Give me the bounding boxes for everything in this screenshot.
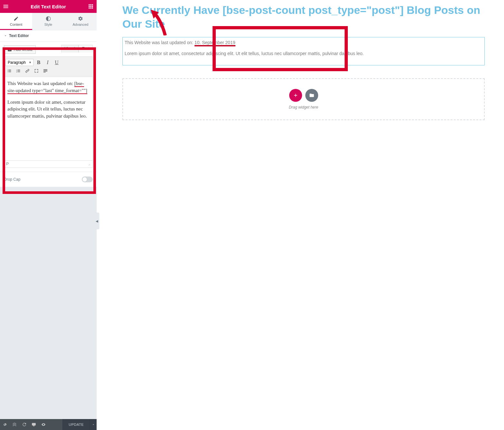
panel-tabs: Content Style Advanced (0, 13, 97, 30)
responsive-button[interactable] (29, 419, 39, 430)
panel-body: Add Media Visual Text Paragraph B I U (0, 42, 97, 172)
link-button[interactable] (24, 67, 31, 75)
navigator-button[interactable] (10, 419, 19, 430)
rte-para-1: This Website was last updated on: [bse-s… (7, 80, 89, 94)
half-circle-icon (46, 16, 51, 21)
preview-para-1: This Website was last updated on: 10. Se… (125, 40, 482, 45)
italic-button[interactable]: I (44, 59, 52, 66)
tab-style[interactable]: Style (32, 13, 64, 30)
dropcap-toggle[interactable] (82, 177, 93, 182)
sidebar: Edit Text Editor Content Style Advanced … (0, 0, 97, 430)
dropcap-label: Drop Cap (4, 177, 20, 182)
tab-content[interactable]: Content (0, 13, 32, 30)
gear-icon (78, 16, 83, 21)
fullscreen-button[interactable] (33, 67, 40, 75)
add-section-button[interactable] (289, 89, 302, 102)
settings-button[interactable] (0, 419, 10, 430)
drop-label: Drag widget here (289, 105, 318, 110)
rte-para-2: Lorem ipsum dolor sit amet, consectetur … (7, 99, 89, 120)
toolbar-toggle-button[interactable] (42, 67, 49, 75)
folder-icon (309, 93, 314, 98)
editor-mode-text[interactable]: Text (79, 45, 93, 53)
resize-handle-icon[interactable] (87, 162, 90, 167)
template-button[interactable] (305, 89, 318, 102)
update-button[interactable]: UPDATE (62, 419, 90, 430)
bold-button[interactable]: B (35, 59, 43, 66)
drop-section[interactable]: Drag widget here (122, 78, 485, 120)
editor-mode-tabs: Visual Text (61, 45, 93, 53)
panel-header: Edit Text Editor (0, 0, 97, 13)
dropcap-row: Drop Cap (0, 172, 97, 187)
plus-icon (293, 93, 298, 98)
pencil-icon (14, 16, 19, 21)
preview-date-underline: 10. September 2019 (195, 40, 235, 46)
section-header[interactable]: Text Editor (0, 30, 97, 42)
caret-down-icon (4, 34, 7, 37)
bottom-bar: UPDATE (0, 419, 97, 430)
canvas: We Currently Have [bse-post-count post_t… (97, 0, 504, 430)
rte-path: P (6, 162, 9, 167)
panel-title: Edit Text Editor (9, 4, 88, 9)
rte-toolbar: Paragraph B I U (4, 56, 93, 77)
preview-button[interactable] (39, 419, 48, 430)
media-icon (7, 47, 12, 52)
tab-advanced[interactable]: Advanced (64, 13, 97, 30)
underline-button[interactable]: U (53, 59, 61, 66)
menu-icon[interactable] (3, 3, 9, 10)
format-select[interactable]: Paragraph (5, 59, 33, 66)
text-block-widget[interactable]: This Website was last updated on: 10. Se… (122, 37, 485, 65)
history-button[interactable] (19, 419, 29, 430)
rte-area[interactable]: This Website was last updated on: [bse-s… (4, 77, 93, 161)
numbered-list-button[interactable] (14, 67, 22, 75)
page-title: We Currently Have [bse-post-count post_t… (122, 3, 485, 31)
rte-statusbar: P (4, 161, 93, 168)
apps-icon[interactable] (88, 3, 94, 10)
add-media-button[interactable]: Add Media (4, 45, 36, 54)
update-options-button[interactable] (90, 419, 97, 430)
bullet-list-button[interactable] (5, 67, 13, 75)
editor-mode-visual[interactable]: Visual (61, 45, 79, 53)
preview-para-2: Lorem ipsum dolor sit amet, consectetur … (125, 51, 482, 56)
